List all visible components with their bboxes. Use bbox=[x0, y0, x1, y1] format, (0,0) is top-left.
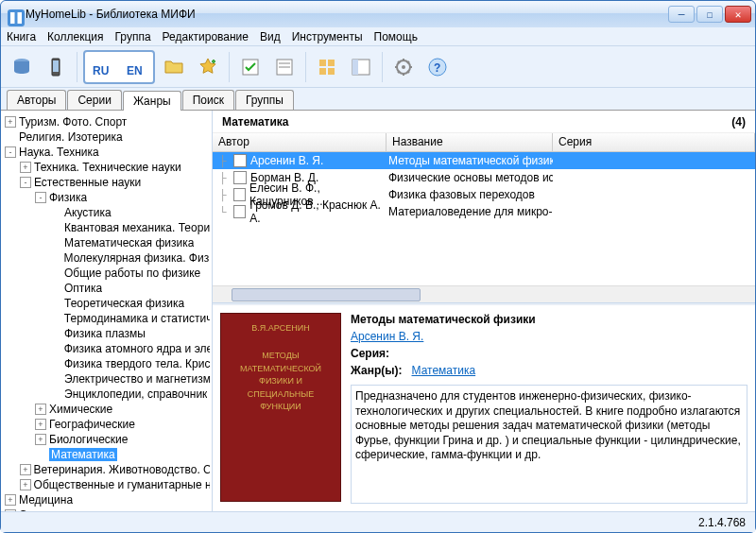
book-title: Методы математической физики bbox=[351, 313, 747, 326]
tree-item[interactable]: +Медицина bbox=[3, 492, 210, 507]
tree-item[interactable]: Термодинамика и статистич bbox=[3, 311, 210, 326]
tree-item[interactable]: -Наука. Техника bbox=[3, 145, 210, 160]
minimize-button[interactable]: ─ bbox=[668, 6, 695, 23]
tree-item[interactable]: -Естественные науки bbox=[3, 175, 210, 190]
tree-item[interactable]: Физика атомного ядра и эле bbox=[3, 341, 210, 356]
svg-text:EN: EN bbox=[127, 64, 143, 77]
h-scrollbar[interactable] bbox=[213, 285, 755, 302]
svg-rect-13 bbox=[328, 60, 335, 66]
svg-rect-5 bbox=[53, 60, 59, 72]
tree-item[interactable]: Оптика bbox=[3, 281, 210, 296]
svg-rect-2 bbox=[18, 12, 23, 24]
tree-item[interactable]: +Туризм. Фото. Спорт bbox=[3, 114, 210, 129]
tree-item[interactable]: Физика плазмы bbox=[3, 326, 210, 341]
maximize-button[interactable]: ☐ bbox=[696, 6, 723, 23]
tree-item[interactable]: Религия. Изотерика bbox=[3, 129, 210, 145]
tree-item[interactable]: Электричество и магнетизм bbox=[3, 371, 210, 387]
tree-item[interactable]: +Техника. Технические науки bbox=[3, 160, 210, 175]
tab-authors[interactable]: Авторы bbox=[7, 90, 66, 110]
panel-button[interactable] bbox=[346, 50, 376, 84]
grid-header: Автор Название Серия bbox=[213, 133, 755, 152]
folder-button[interactable] bbox=[159, 50, 189, 84]
menu-help[interactable]: Помощь bbox=[374, 30, 418, 43]
col-series[interactable]: Серия bbox=[553, 133, 755, 151]
tree-item[interactable]: +Географические bbox=[3, 417, 210, 432]
col-author[interactable]: Автор bbox=[213, 133, 387, 151]
row-checkbox[interactable] bbox=[233, 154, 247, 167]
tree-item[interactable]: +Биологические bbox=[3, 432, 210, 447]
svg-rect-0 bbox=[8, 9, 25, 26]
menu-collection[interactable]: Коллекция bbox=[47, 30, 103, 43]
category-count: (4) bbox=[731, 115, 746, 129]
tab-series[interactable]: Серии bbox=[67, 90, 121, 110]
statusbar: 2.1.4.768 bbox=[1, 511, 755, 532]
lang-ru-button[interactable]: RU bbox=[85, 52, 119, 86]
svg-rect-14 bbox=[319, 68, 326, 75]
detail-panel: В.Я.АРСЕНИН МЕТОДЫ МАТЕМАТИЧЕСКОЙ ФИЗИКИ… bbox=[213, 303, 755, 511]
check-button[interactable] bbox=[235, 50, 266, 84]
tree-item[interactable]: +Ветеринария. Животноводство. Се bbox=[3, 462, 210, 477]
table-row[interactable]: └Громов Д. В., Краснюк А. А.Материаловед… bbox=[213, 203, 755, 220]
favorite-button[interactable] bbox=[193, 50, 223, 84]
grid-button[interactable] bbox=[312, 50, 342, 84]
svg-text:RU: RU bbox=[93, 64, 109, 77]
svg-rect-12 bbox=[319, 60, 326, 66]
genre-link[interactable]: Математика bbox=[412, 364, 476, 377]
tree-item[interactable]: Общие работы по физике bbox=[3, 266, 210, 281]
form-button[interactable] bbox=[269, 50, 300, 84]
row-checkbox[interactable] bbox=[233, 205, 246, 218]
lang-en-button[interactable]: EN bbox=[119, 52, 153, 86]
tree-item[interactable]: Математическая физика bbox=[3, 235, 210, 250]
table-row[interactable]: ├Арсенин В. Я.Методы математической физи… bbox=[213, 152, 755, 169]
toolbar: RU EN ? bbox=[1, 46, 755, 88]
menu-tools[interactable]: Инструменты bbox=[292, 30, 363, 43]
settings-button[interactable] bbox=[388, 50, 419, 84]
tab-groups[interactable]: Группы bbox=[235, 90, 294, 110]
tab-search[interactable]: Поиск bbox=[182, 90, 234, 110]
tree-item[interactable]: Квантовая механика. Теори bbox=[3, 220, 210, 235]
window-title: MyHomeLib - Библиотека МИФИ bbox=[26, 8, 668, 21]
genre-tree[interactable]: +Туризм. Фото. СпортРелигия. Изотерика-Н… bbox=[1, 111, 213, 511]
app-icon bbox=[5, 7, 20, 22]
app-window: MyHomeLib - Библиотека МИФИ ─ ☐ ✕ Книга … bbox=[0, 0, 756, 533]
book-cover: В.Я.АРСЕНИН МЕТОДЫ МАТЕМАТИЧЕСКОЙ ФИЗИКИ… bbox=[220, 313, 341, 502]
tree-item[interactable]: +Общественные и гуманитарные на bbox=[3, 477, 210, 492]
book-description[interactable]: Предназначено для студентов инженерно-фи… bbox=[351, 385, 747, 504]
menu-view[interactable]: Вид bbox=[260, 30, 281, 43]
svg-rect-15 bbox=[328, 68, 335, 75]
menu-edit[interactable]: Редактирование bbox=[163, 30, 249, 43]
titlebar: MyHomeLib - Библиотека МИФИ ─ ☐ ✕ bbox=[1, 1, 755, 27]
menubar: Книга Коллекция Группа Редактирование Ви… bbox=[1, 27, 755, 46]
book-author-link[interactable]: Арсенин В. Я. bbox=[351, 330, 747, 343]
tree-item[interactable]: Математика bbox=[3, 447, 210, 462]
help-button[interactable]: ? bbox=[422, 50, 453, 84]
database-button[interactable] bbox=[7, 50, 37, 84]
svg-text:?: ? bbox=[434, 61, 440, 75]
svg-rect-1 bbox=[10, 12, 15, 24]
book-grid[interactable]: ├Арсенин В. Я.Методы математической физи… bbox=[213, 152, 755, 285]
tree-item[interactable]: Молекулярная физика. Физи bbox=[3, 250, 210, 266]
version-label: 2.1.4.768 bbox=[698, 516, 746, 529]
menu-group[interactable]: Группа bbox=[115, 30, 151, 43]
svg-rect-17 bbox=[352, 60, 358, 75]
tree-item[interactable]: Энциклопедии, справочник bbox=[3, 387, 210, 402]
tree-item[interactable]: Акустика bbox=[3, 205, 210, 220]
tree-item[interactable]: Теоретическая физика bbox=[3, 296, 210, 311]
device-button[interactable] bbox=[41, 50, 71, 84]
series-label: Серия: bbox=[351, 347, 389, 360]
genre-label: Жанр(ы): bbox=[351, 364, 402, 377]
tab-genres[interactable]: Жанры bbox=[123, 91, 181, 111]
tree-item[interactable]: -Физика bbox=[3, 190, 210, 205]
tree-item[interactable]: Физика твердого тела. Крис bbox=[3, 356, 210, 371]
svg-point-19 bbox=[402, 65, 405, 69]
category-name: Математика bbox=[222, 115, 289, 129]
category-header: Математика (4) bbox=[213, 111, 755, 133]
col-title[interactable]: Название bbox=[387, 133, 553, 151]
menu-book[interactable]: Книга bbox=[7, 30, 36, 43]
close-button[interactable]: ✕ bbox=[725, 6, 751, 23]
tab-bar: Авторы Серии Жанры Поиск Группы bbox=[1, 88, 755, 111]
tree-item[interactable]: +Химические bbox=[3, 402, 210, 417]
